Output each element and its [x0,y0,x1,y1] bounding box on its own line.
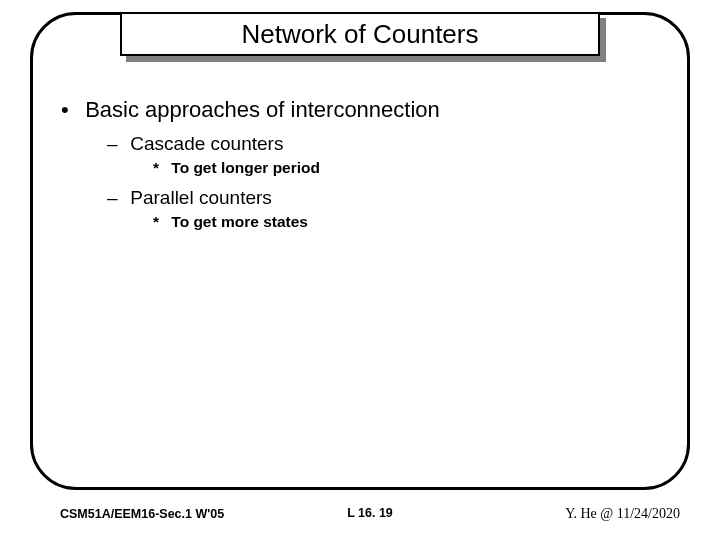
asterisk-icon: * [153,159,167,177]
bullet-level3: * To get longer period [153,159,659,177]
title-box: Network of Counters [120,12,600,56]
bullet-level3: * To get more states [153,213,659,231]
footer-left: CSM51A/EEM16-Sec.1 W'05 [60,507,224,521]
bullet-level2: – Cascade counters [107,133,659,155]
asterisk-icon: * [153,213,167,231]
dash-icon: – [107,133,125,155]
title-container: Network of Counters [120,12,600,56]
dash-icon: – [107,187,125,209]
footer-right: Y. He @ 11/24/2020 [565,506,680,522]
bullet-level1: • Basic approaches of interconnection [61,97,659,123]
bullet-main-text: Basic approaches of interconnection [85,97,440,122]
bullet-sub2-detail-text: To get more states [171,213,308,230]
bullet-dot-icon: • [61,97,79,123]
slide-title: Network of Counters [242,19,479,50]
content-area: • Basic approaches of interconnection – … [61,97,659,241]
bullet-sub1-detail-text: To get longer period [171,159,320,176]
bullet-sub2-text: Parallel counters [130,187,272,208]
slide-frame: Network of Counters • Basic approaches o… [30,12,690,490]
bullet-level2: – Parallel counters [107,187,659,209]
bullet-sub1-text: Cascade counters [130,133,283,154]
footer: CSM51A/EEM16-Sec.1 W'05 L 16. 19 Y. He @… [60,506,680,522]
footer-center: L 16. 19 [347,506,393,520]
